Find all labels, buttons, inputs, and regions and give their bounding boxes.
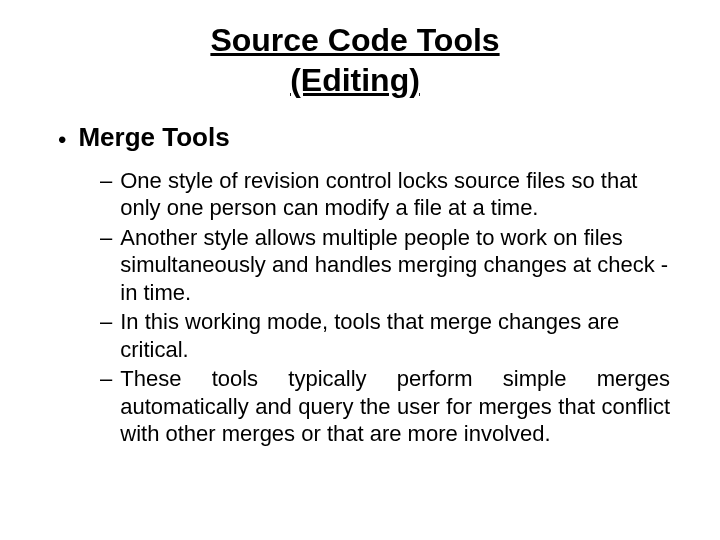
- sub-bullet-item: – These tools typically perform simple m…: [100, 365, 670, 448]
- dash-marker: –: [100, 224, 112, 307]
- dash-marker: –: [100, 365, 112, 448]
- sub-bullet-item: – In this working mode, tools that merge…: [100, 308, 670, 363]
- sub-bullet-item: – One style of revision control locks so…: [100, 167, 670, 222]
- sub-bullet-text: Another style allows multiple people to …: [120, 224, 670, 307]
- sub-bullet-text: These tools typically perform simple mer…: [120, 365, 670, 448]
- slide-title: Source Code Tools (Editing): [40, 20, 670, 100]
- section-heading-row: • Merge Tools: [58, 122, 670, 155]
- sub-bullet-text: One style of revision control locks sour…: [120, 167, 670, 222]
- dash-marker: –: [100, 167, 112, 222]
- bullet-marker-l1: •: [58, 126, 66, 155]
- title-line-2: (Editing): [40, 60, 670, 100]
- sub-bullet-text: In this working mode, tools that merge c…: [120, 308, 670, 363]
- title-line-1: Source Code Tools: [40, 20, 670, 60]
- dash-marker: –: [100, 308, 112, 363]
- section-heading: Merge Tools: [78, 122, 229, 155]
- sub-bullet-item: – Another style allows multiple people t…: [100, 224, 670, 307]
- sub-bullet-list: – One style of revision control locks so…: [100, 167, 670, 448]
